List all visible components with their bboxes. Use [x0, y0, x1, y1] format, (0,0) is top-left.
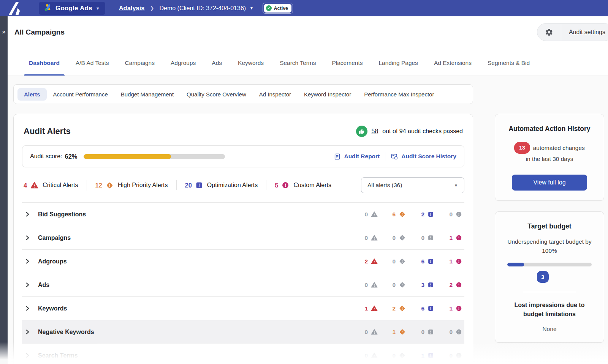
custom-alerts-summary[interactable]: 5 Custom Alerts [266, 180, 340, 190]
alert-rows: Bid Suggestions 0 6 2 0 Campaigns 0 0 0 [22, 202, 464, 364]
row-ads[interactable]: Ads 0 0 3 2 [22, 273, 464, 296]
custom-circle-icon [282, 181, 289, 189]
critical-count-cell[interactable]: 0 [350, 281, 378, 288]
tab-adgroups[interactable]: Adgroups [163, 60, 204, 76]
optimization-count-cell[interactable]: 2 [406, 211, 434, 218]
tab-landing-pages[interactable]: Landing Pages [370, 60, 426, 76]
audit-score-progressbar [84, 154, 225, 159]
audit-settings-button[interactable]: Audit settings [561, 29, 608, 36]
page: Google Ads ▼ Adalysis ❯ Demo (Client ID:… [0, 0, 608, 364]
automated-action-history-card: Automated Action History 13automated cha… [495, 114, 604, 201]
subtab-budget-management[interactable]: Budget Management [114, 88, 180, 101]
optimization-count-cell[interactable]: 6 [406, 258, 434, 265]
row-keywords[interactable]: Keywords 1 2 6 1 [22, 296, 464, 320]
target-budget-count-badge[interactable]: 3 [537, 271, 549, 283]
high-count-cell[interactable]: 0 [378, 352, 406, 359]
breadcrumb-separator-icon: ❯ [150, 5, 154, 11]
breadcrumb-app-link[interactable]: Adalysis [119, 5, 145, 12]
subtab-bar: Alerts Account Performance Budget Manage… [13, 84, 473, 104]
high-count-cell[interactable]: 0 [378, 258, 406, 265]
optimization-label: Optimization Alerts [207, 182, 258, 189]
row-search-terms[interactable]: Search Terms 0 0 1 0 [22, 344, 464, 364]
target-budget-title[interactable]: Target budget [504, 222, 595, 231]
tab-ads[interactable]: Ads [204, 60, 230, 76]
action-history-title: Automated Action History [504, 124, 595, 134]
high-count-cell[interactable]: 1 [378, 328, 406, 336]
tab-keywords[interactable]: Keywords [230, 60, 272, 76]
status-badge[interactable]: Active [263, 3, 293, 14]
row-bid-suggestions[interactable]: Bid Suggestions 0 6 2 0 [22, 202, 464, 226]
checks-passed: 58 out of 94 audit checks passed [356, 126, 463, 137]
optimization-count-cell[interactable]: 0 [406, 234, 434, 241]
audit-alerts-title: Audit Alerts [24, 126, 71, 136]
subtab-ad-inspector[interactable]: Ad Inspector [253, 88, 298, 101]
alerts-filter-dropdown[interactable]: All alerts (36) ▼ [361, 177, 464, 193]
tab-ab-ad-tests[interactable]: A/B Ad Tests [68, 60, 117, 76]
chevron-right-icon [25, 329, 38, 334]
custom-count-cell[interactable]: 0 [434, 211, 462, 218]
row-label: Campaigns [38, 235, 71, 241]
audit-score-history-link[interactable]: Audit Score History [391, 153, 456, 160]
passed-count-link[interactable]: 58 [372, 128, 378, 135]
triangle-icon [371, 352, 378, 359]
optimization-alerts-summary[interactable]: 20 Optimization Alerts [176, 180, 266, 190]
tab-dashboard[interactable]: Dashboard [21, 60, 68, 76]
triangle-icon [371, 282, 378, 288]
view-full-log-button[interactable]: View full log [512, 175, 587, 191]
critical-count-cell[interactable]: 0 [350, 234, 378, 241]
tab-segments-bid[interactable]: Segments & Bid [480, 60, 538, 76]
subtab-account-performance[interactable]: Account Performance [47, 88, 114, 101]
row-label: Ads [38, 282, 49, 288]
optimization-count-cell[interactable]: 6 [406, 305, 434, 312]
high-priority-alerts-summary[interactable]: 12 High Priority Alerts [87, 180, 176, 191]
row-negative-keywords[interactable]: Negative Keywords 0 1 0 0 [22, 320, 464, 344]
row-label: Bid Suggestions [38, 211, 86, 218]
subtab-quality-score-overview[interactable]: Quality Score Overview [180, 88, 253, 101]
critical-count-cell[interactable]: 1 [350, 305, 378, 312]
square-icon [428, 352, 434, 359]
changes-count-badge: 13 [514, 142, 530, 154]
tab-placements[interactable]: Placements [324, 60, 370, 76]
row-adgroups[interactable]: Adgroups 2 0 6 1 [22, 249, 464, 273]
high-count-cell[interactable]: 0 [378, 234, 406, 241]
subtab-keyword-inspector[interactable]: Keyword Inspector [298, 88, 358, 101]
high-count-cell[interactable]: 2 [378, 305, 406, 312]
tab-ad-extensions[interactable]: Ad Extensions [426, 60, 480, 76]
optimization-count-cell[interactable]: 0 [406, 328, 434, 336]
circle-icon [456, 329, 462, 335]
triangle-icon [371, 258, 378, 265]
critical-count-cell[interactable]: 0 [350, 328, 378, 336]
square-icon [428, 235, 434, 241]
row-campaigns[interactable]: Campaigns 0 0 0 1 [22, 226, 464, 249]
caret-down-icon: ▼ [250, 6, 253, 10]
high-count-cell[interactable]: 6 [378, 211, 406, 218]
subtab-alerts[interactable]: Alerts [17, 88, 47, 101]
sidebar-expand-icon[interactable]: » [0, 28, 8, 35]
custom-count-cell[interactable]: 1 [434, 258, 462, 265]
custom-count-cell[interactable]: 0 [434, 352, 462, 359]
tab-search-terms[interactable]: Search Terms [272, 60, 324, 76]
critical-count-cell[interactable]: 0 [350, 211, 378, 218]
custom-count-cell[interactable]: 2 [434, 281, 462, 288]
thumbs-up-icon [356, 126, 367, 137]
subtab-performance-max-inspector[interactable]: Performance Max Inspector [358, 88, 440, 101]
tab-campaigns[interactable]: Campaigns [117, 60, 163, 76]
critical-alerts-summary[interactable]: 4 Critical Alerts [22, 180, 87, 190]
audit-report-link[interactable]: Audit Report [334, 153, 380, 160]
optimization-count-cell[interactable]: 1 [406, 352, 434, 359]
google-ads-switcher[interactable]: Google Ads ▼ [39, 2, 105, 15]
custom-count-cell[interactable]: 1 [434, 305, 462, 312]
diamond-icon [399, 305, 406, 312]
custom-count-cell[interactable]: 0 [434, 328, 462, 336]
critical-count-cell[interactable]: 2 [350, 258, 378, 265]
dropdown-caret-icon: ▼ [454, 183, 458, 188]
custom-count-cell[interactable]: 1 [434, 234, 462, 241]
high-count-cell[interactable]: 0 [378, 281, 406, 288]
critical-count-cell[interactable]: 0 [350, 352, 378, 359]
adalysis-logo-icon[interactable] [7, 1, 24, 16]
breadcrumb-account-selector[interactable]: Demo (Client ID: 372-404-0136) ▼ [159, 5, 253, 12]
optimization-count-cell[interactable]: 3 [406, 281, 434, 288]
chevron-right-icon [25, 282, 38, 287]
collapsed-sidebar: » [0, 16, 8, 364]
gear-icon[interactable] [537, 24, 561, 41]
